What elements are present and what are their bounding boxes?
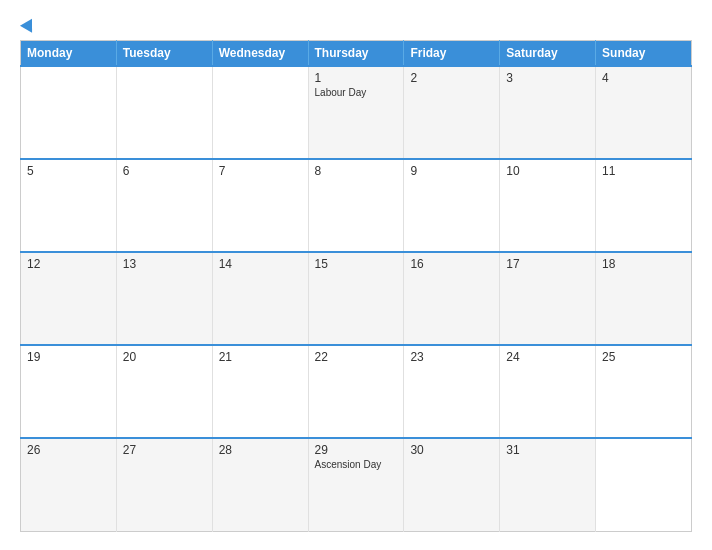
- calendar-cell: 17: [500, 252, 596, 345]
- day-event: Ascension Day: [315, 459, 398, 470]
- day-number: 2: [410, 71, 493, 85]
- page: MondayTuesdayWednesdayThursdayFridaySatu…: [0, 0, 712, 550]
- calendar-cell: 25: [596, 345, 692, 438]
- calendar-cell: 28: [212, 438, 308, 531]
- col-header-monday: Monday: [21, 41, 117, 67]
- calendar-table: MondayTuesdayWednesdayThursdayFridaySatu…: [20, 40, 692, 532]
- calendar-cell: [212, 66, 308, 159]
- day-number: 23: [410, 350, 493, 364]
- day-number: 18: [602, 257, 685, 271]
- col-header-saturday: Saturday: [500, 41, 596, 67]
- day-number: 8: [315, 164, 398, 178]
- day-number: 5: [27, 164, 110, 178]
- calendar-cell: 15: [308, 252, 404, 345]
- logo-triangle-icon: [20, 15, 38, 32]
- calendar-cell: [596, 438, 692, 531]
- day-number: 10: [506, 164, 589, 178]
- logo: [20, 18, 36, 30]
- calendar-cell: 8: [308, 159, 404, 252]
- calendar-cell: 5: [21, 159, 117, 252]
- calendar-cell: 26: [21, 438, 117, 531]
- calendar-cell: 14: [212, 252, 308, 345]
- day-number: 17: [506, 257, 589, 271]
- day-number: 24: [506, 350, 589, 364]
- calendar-cell: 31: [500, 438, 596, 531]
- col-header-tuesday: Tuesday: [116, 41, 212, 67]
- calendar-cell: 30: [404, 438, 500, 531]
- calendar-cell: 13: [116, 252, 212, 345]
- day-number: 22: [315, 350, 398, 364]
- calendar-header-row: MondayTuesdayWednesdayThursdayFridaySatu…: [21, 41, 692, 67]
- calendar-cell: 19: [21, 345, 117, 438]
- calendar-cell: 23: [404, 345, 500, 438]
- day-number: 19: [27, 350, 110, 364]
- day-number: 30: [410, 443, 493, 457]
- calendar-body: 1Labour Day23456789101112131415161718192…: [21, 66, 692, 532]
- calendar-cell: 4: [596, 66, 692, 159]
- col-header-thursday: Thursday: [308, 41, 404, 67]
- calendar-cell: [21, 66, 117, 159]
- calendar-cell: 27: [116, 438, 212, 531]
- calendar-week-3: 12131415161718: [21, 252, 692, 345]
- col-header-wednesday: Wednesday: [212, 41, 308, 67]
- calendar-cell: 29Ascension Day: [308, 438, 404, 531]
- day-number: 15: [315, 257, 398, 271]
- calendar-cell: 6: [116, 159, 212, 252]
- day-number: 14: [219, 257, 302, 271]
- col-header-friday: Friday: [404, 41, 500, 67]
- day-number: 27: [123, 443, 206, 457]
- calendar-week-5: 26272829Ascension Day3031: [21, 438, 692, 531]
- header: [20, 18, 692, 30]
- day-number: 20: [123, 350, 206, 364]
- calendar-cell: 11: [596, 159, 692, 252]
- calendar-cell: 12: [21, 252, 117, 345]
- col-header-sunday: Sunday: [596, 41, 692, 67]
- day-number: 6: [123, 164, 206, 178]
- day-number: 13: [123, 257, 206, 271]
- calendar-cell: 24: [500, 345, 596, 438]
- calendar-cell: 16: [404, 252, 500, 345]
- calendar-cell: 3: [500, 66, 596, 159]
- calendar-cell: 10: [500, 159, 596, 252]
- calendar-week-1: 1Labour Day234: [21, 66, 692, 159]
- day-number: 12: [27, 257, 110, 271]
- calendar-cell: 20: [116, 345, 212, 438]
- day-number: 16: [410, 257, 493, 271]
- day-number: 26: [27, 443, 110, 457]
- day-number: 25: [602, 350, 685, 364]
- calendar-cell: 22: [308, 345, 404, 438]
- day-number: 29: [315, 443, 398, 457]
- calendar-cell: 1Labour Day: [308, 66, 404, 159]
- calendar-cell: [116, 66, 212, 159]
- day-number: 4: [602, 71, 685, 85]
- day-number: 11: [602, 164, 685, 178]
- day-number: 7: [219, 164, 302, 178]
- calendar-cell: 2: [404, 66, 500, 159]
- day-number: 1: [315, 71, 398, 85]
- calendar-week-4: 19202122232425: [21, 345, 692, 438]
- day-number: 31: [506, 443, 589, 457]
- day-number: 9: [410, 164, 493, 178]
- day-number: 3: [506, 71, 589, 85]
- day-event: Labour Day: [315, 87, 398, 98]
- calendar-cell: 18: [596, 252, 692, 345]
- calendar-cell: 7: [212, 159, 308, 252]
- calendar-cell: 21: [212, 345, 308, 438]
- calendar-week-2: 567891011: [21, 159, 692, 252]
- day-number: 28: [219, 443, 302, 457]
- calendar-cell: 9: [404, 159, 500, 252]
- day-number: 21: [219, 350, 302, 364]
